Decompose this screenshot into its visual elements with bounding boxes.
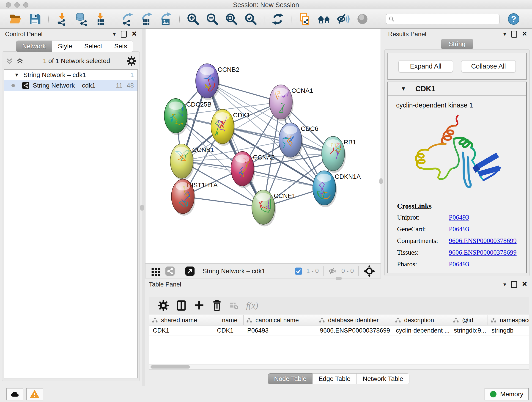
table-options-gear-icon[interactable] <box>158 300 169 311</box>
panel-close-icon[interactable]: × <box>132 30 137 38</box>
function-builder-icon[interactable]: f(x) <box>246 300 258 311</box>
cell-description[interactable]: cyclin-dependent ... <box>392 325 450 336</box>
grid-view-icon[interactable] <box>151 266 161 276</box>
crosslink-uniprot-link[interactable]: P06493 <box>449 214 469 221</box>
panel-menu-icon[interactable]: ▾ <box>503 282 506 287</box>
tab-network-table[interactable]: Network Table <box>357 373 409 384</box>
crosslink-pharos-link[interactable]: P06493 <box>449 260 469 268</box>
node-CDKN1A[interactable]: CDKN1A <box>313 171 361 207</box>
network-badge-icon[interactable] <box>165 266 175 276</box>
node-CCNA1[interactable]: CCNA1 <box>269 85 313 121</box>
export-table-icon[interactable] <box>140 12 153 26</box>
home-overview-icon[interactable] <box>317 12 331 26</box>
tab-network[interactable]: Network <box>16 41 52 52</box>
status-bar: Memory <box>0 386 532 402</box>
network-row[interactable]: String Network – cdk1 11 48 <box>4 80 138 91</box>
column-header-id[interactable]: @id <box>450 315 488 325</box>
tab-node-table[interactable]: Node Table <box>268 373 312 384</box>
panel-close-icon[interactable]: × <box>522 280 527 288</box>
table-hscrollbar-thumb[interactable] <box>151 365 190 369</box>
node-HIST1H1A[interactable]: HIST1H1A <box>171 179 218 216</box>
splitter-handle[interactable] <box>380 178 383 184</box>
memory-button[interactable]: Memory <box>485 388 529 400</box>
add-column-icon[interactable] <box>193 300 205 311</box>
cell-shared-name[interactable]: CDK1 <box>149 325 213 336</box>
warnings-button[interactable] <box>26 388 43 400</box>
refresh-icon[interactable] <box>271 12 284 26</box>
selected-checkbox-icon[interactable] <box>295 267 302 275</box>
save-session-icon[interactable] <box>28 12 41 26</box>
tab-sets[interactable]: Sets <box>108 41 133 52</box>
tab-edge-table[interactable]: Edge Table <box>312 373 357 384</box>
tab-select[interactable]: Select <box>78 41 108 52</box>
table-row[interactable]: CDK1 CDK1 P06493 9606.ENSP00000378699 cy… <box>149 325 529 336</box>
delete-table-icon[interactable] <box>229 301 239 310</box>
tab-style[interactable]: Style <box>52 41 78 52</box>
tab-string[interactable]: String <box>441 39 473 49</box>
cell-namespace[interactable]: stringdb <box>488 325 529 336</box>
import-network-database-icon[interactable] <box>75 12 88 26</box>
cloud-jobs-button[interactable] <box>6 388 23 400</box>
tree-expand-icon[interactable]: ▼ <box>14 72 19 78</box>
export-network-icon[interactable] <box>121 12 134 26</box>
column-header-namespace[interactable]: namespace <box>488 315 529 325</box>
help-button[interactable]: ? <box>508 13 520 25</box>
column-header-name[interactable]: name <box>213 315 244 325</box>
panel-float-icon[interactable] <box>511 31 517 38</box>
detach-view-icon[interactable] <box>185 266 195 276</box>
expand-all-networks-icon[interactable] <box>16 57 24 65</box>
search-input[interactable] <box>395 15 497 23</box>
node-CCNE1[interactable]: CCNE1 <box>252 190 296 226</box>
collapse-all-networks-icon[interactable] <box>5 57 13 65</box>
render-toggle-icon[interactable] <box>356 12 369 26</box>
hidden-eye-icon[interactable] <box>328 267 337 276</box>
copy-style-icon[interactable] <box>298 12 311 26</box>
section-collapse-icon[interactable]: ▼ <box>401 85 406 92</box>
expand-all-button[interactable]: Expand All <box>399 60 453 72</box>
panel-menu-icon[interactable]: ▾ <box>113 32 116 37</box>
panel-menu-icon[interactable]: ▾ <box>503 32 506 37</box>
column-header-description[interactable]: description <box>392 315 450 325</box>
node-RB1[interactable]: RB1 <box>322 136 356 173</box>
crosslink-compartments-link[interactable]: 9606.ENSP00000378699 <box>449 237 517 245</box>
network-canvas[interactable]: CCNB2CCNA1CDC25BCDK1CDC6RB1CCNB1CCNA2CDK… <box>145 29 381 264</box>
column-header-shared-name[interactable]: shared name <box>149 315 213 325</box>
cell-id[interactable]: stringdb:9... <box>450 325 488 336</box>
cell-database-identifier[interactable]: 9606.ENSP00000378699 <box>316 325 392 336</box>
import-table-file-icon[interactable] <box>94 12 107 26</box>
node-CCNA2[interactable]: CCNA2 <box>231 152 275 188</box>
collapse-all-button[interactable]: Collapse All <box>461 60 516 72</box>
panel-float-icon[interactable] <box>121 31 127 38</box>
panel-float-icon[interactable] <box>511 281 517 288</box>
splitter-handle[interactable] <box>336 277 342 280</box>
birds-eye-crosshair-icon[interactable] <box>363 265 375 277</box>
zoom-fit-icon[interactable] <box>225 12 238 26</box>
panel-close-icon[interactable]: × <box>522 30 527 38</box>
node-CDC6[interactable]: CDC6 <box>279 123 318 159</box>
delete-column-icon[interactable] <box>211 300 223 311</box>
node-CCNB1[interactable]: CCNB1 <box>170 144 214 180</box>
network-collection-row[interactable]: ▼ String Network – cdk1 1 <box>4 70 138 80</box>
show-hide-graphics-icon[interactable] <box>336 12 350 26</box>
search-field[interactable] <box>386 14 500 24</box>
show-columns-icon[interactable] <box>176 300 187 311</box>
crosslink-tissues-link[interactable]: 9606.ENSP00000378699 <box>449 249 517 256</box>
zoom-selected-icon[interactable] <box>244 12 257 26</box>
cell-name[interactable]: CDK1 <box>213 325 244 336</box>
open-file-icon[interactable] <box>9 12 22 26</box>
table-horizontal-scrollbar[interactable] <box>149 365 529 370</box>
node-section-header[interactable]: ▼ CDK1 <box>388 82 526 96</box>
network-options-gear-icon[interactable] <box>127 56 136 66</box>
crosslink-genecard-link[interactable]: P06493 <box>449 225 469 233</box>
zoom-in-icon[interactable] <box>186 12 200 26</box>
import-network-file-icon[interactable] <box>55 12 69 26</box>
column-header-database-identifier[interactable]: database identifier <box>316 315 392 325</box>
splitter-handle[interactable] <box>140 205 144 211</box>
node-CCNB2[interactable]: CCNB2 <box>196 64 239 100</box>
zoom-out-icon[interactable] <box>206 12 219 26</box>
node-CDC25B[interactable]: CDC25B <box>164 99 211 135</box>
cloud-icon <box>10 390 19 399</box>
export-image-icon[interactable] <box>159 12 172 26</box>
cell-canonical-name[interactable]: P06493 <box>244 325 316 336</box>
column-header-canonical-name[interactable]: canonical name <box>244 315 316 325</box>
